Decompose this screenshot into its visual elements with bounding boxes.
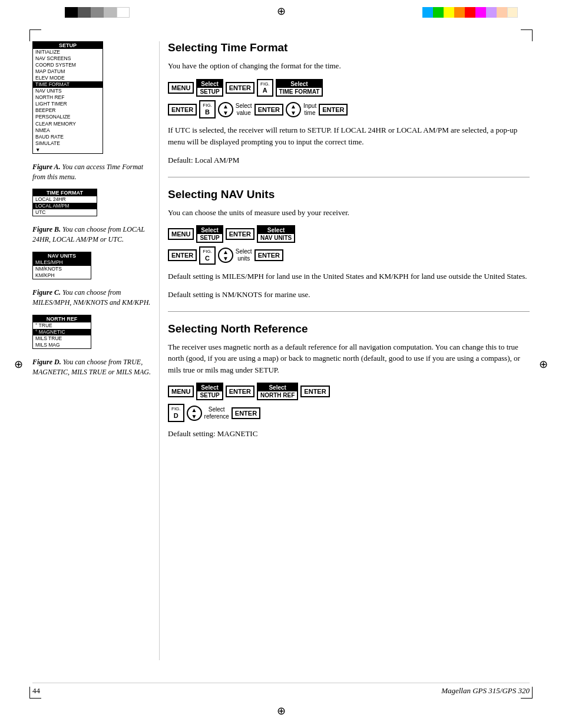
fig-b-badge: FIG. B [199,100,216,118]
menu-item-personalize: PERSONALIZE [33,114,103,120]
fig-d-badge: FIG. D [168,404,184,422]
menu-item-nav-screens: NAV SCREENS [33,55,103,62]
menu-item-scroll-down: ▼ [33,147,103,153]
heading-nav-units: Selecting NAV Units [168,188,530,201]
scroll-wheel-2[interactable]: ▲▼ [286,102,301,117]
menu-button-nav[interactable]: MENU [168,228,194,240]
menu-item-clear-memory: CLEAR MEMORY [33,121,103,127]
menu-item-nav-units: NAV UNITS [33,88,103,94]
heading-time-format: Selecting Time Format [168,41,530,54]
left-column: SETUP INITIALIZE NAV SCREENS COORD SYSTE… [32,41,156,384]
nav-diagram-nav-row1: MENU Select SETUP ENTER Select NAV UNITS [168,225,530,243]
heading-north-ref: Selecting North Reference [168,322,530,335]
figure-c-menu: NAV UNITS MILES/MPH NM/KNOTS KM/KPH [32,252,156,284]
select-setup-box: Select SETUP [196,79,223,97]
time-format-default: Default: Local AM/PM [168,154,530,166]
enter-button-4[interactable]: ENTER [319,104,348,116]
select-value-label: Select value [236,103,252,117]
body-nav-units: You can choose the units of measure used… [168,207,530,219]
enter-button-nav-1[interactable]: ENTER [226,228,254,240]
menu-item-map-datum: MAP DATUM [33,68,103,75]
nav-units-default1: Default setting is MILES/MPH for land us… [168,271,530,282]
menu-item-light-timer: LIGHT TIMER [33,101,103,107]
body-north-ref: The receiver uses magnetic north as a de… [168,341,530,376]
scroll-wheel-1[interactable]: ▲▼ [218,102,233,117]
menu-item-local-ampm: LOCAL AM/PM [33,203,97,209]
menu-item-true: ° TRUE [33,322,91,329]
enter-button-2[interactable]: ENTER [168,104,197,116]
nav-diagram-time-row2: ENTER FIG. B ▲▼ Select value ENTER ▲▼ In… [168,100,530,118]
select-reference-label: Select reference [204,406,229,420]
fig-c-badge: FIG. C [199,246,216,265]
menu-item-miles-mph: MILES/MPH [33,259,91,266]
menu-item-initialize: INITIALIZE [33,49,103,55]
nav-units-menu-title: NAV UNITS [33,252,91,259]
select-units-label: Select units [236,248,252,262]
north-ref-default: Default setting: MAGNETIC [168,428,530,440]
menu-item-mils-true: MILS TRUE [33,335,91,342]
page-footer: 44 Magellan GPS 315/GPS 320 [32,683,530,696]
figure-a-caption: Figure A. You can access Time Format fro… [32,162,156,182]
menu-item-magnetic: ° MAGNETIC [33,329,91,335]
enter-button-1[interactable]: ENTER [226,82,254,94]
figure-d-caption: Figure D. You can choose from TRUE, MAGN… [32,357,156,377]
nav-diagram-nav-row2: ENTER FIG. C ▲▼ Select units ENTER [168,246,530,265]
crosshair-top: ⊕ [277,6,286,17]
fig-a-badge: FIG. A [257,79,273,97]
figure-b-caption: Figure B. You can choose from LOCAL 24HR… [32,225,156,245]
menu-item-coord-system: COORD SYSTEM [33,62,103,68]
select-setup-nav-box: Select SETUP [196,225,223,243]
scroll-wheel-nav[interactable]: ▲▼ [218,248,233,263]
enter-button-3[interactable]: ENTER [254,104,283,116]
enter-button-north-1[interactable]: ENTER [226,386,254,397]
menu-item-simulate: SIMULATE [33,140,103,147]
scroll-wheel-north[interactable]: ▲▼ [187,406,202,421]
nav-diagram-time-row1: MENU Select SETUP ENTER FIG. A Select TI… [168,79,530,97]
crosshair-left: ⊕ [14,358,23,371]
enter-button-nav-2[interactable]: ENTER [168,249,197,261]
select-north-ref-box: Select NORTH REF [257,383,298,400]
corner-mark-tl [29,29,41,41]
select-nav-units-box: Select NAV UNITS [257,225,295,243]
menu-item-km-kph: KM/KPH [33,272,91,279]
section-divider-1 [168,177,530,177]
crosshair-bottom: ⊕ [277,704,286,717]
figure-d-menu: NORTH REF ° TRUE ° MAGNETIC MILS TRUE MI… [32,315,156,354]
select-time-format-box: Select TIME FORMAT [276,79,323,97]
enter-button-north-3[interactable]: ENTER [232,407,260,419]
crosshair-right: ⊕ [539,358,548,371]
menu-button-north[interactable]: MENU [168,386,194,397]
enter-button-nav-3[interactable]: ENTER [254,249,283,261]
setup-menu-title: SETUP [33,42,103,49]
enter-button-north-2[interactable]: ENTER [300,386,329,397]
figure-b-menu: TIME FORMAT LOCAL 24HR LOCAL AM/PM UTC [32,189,156,221]
input-time-label: Input time [303,103,316,117]
menu-item-beeper: BEEPER [33,107,103,114]
time-format-description: If UTC is selected, the receiver will re… [168,124,530,147]
nav-units-default2: Default setting is NM/KNOTS for marine u… [168,289,530,301]
time-format-menu-title: TIME FORMAT [33,189,97,196]
body-time-format: You have the option of changing the form… [168,60,530,72]
figure-c-caption: Figure C. You can choose from MILES/MPH,… [32,288,156,308]
right-column: Selecting Time Format You have the optio… [168,41,530,447]
column-divider [159,41,160,660]
menu-item-nm-knots: NM/KNOTS [33,266,91,272]
menu-item-local24hr: LOCAL 24HR [33,196,97,203]
figure-a-menu: SETUP INITIALIZE NAV SCREENS COORD SYSTE… [32,41,156,159]
nav-diagram-north-row1: MENU Select SETUP ENTER Select NORTH REF… [168,383,530,400]
select-setup-north-box: Select SETUP [196,383,223,400]
north-ref-menu-title: NORTH REF [33,315,91,322]
menu-item-north-ref: NORTH REF [33,94,103,101]
menu-item-utc: UTC [33,209,97,216]
page-number: 44 [32,686,40,696]
menu-button[interactable]: MENU [168,82,194,94]
menu-item-nmea: NMEA [33,127,103,134]
menu-item-baud-rate: BAUD RATE [33,134,103,140]
page-footer-title: Magellan GPS 315/GPS 320 [441,686,530,696]
nav-diagram-north-row2: FIG. D ▲▼ Select reference ENTER [168,404,530,422]
section-divider-2 [168,311,530,312]
menu-item-elev-mode: ELEV MODE [33,75,103,81]
menu-item-mils-mag: MILS MAG [33,342,91,348]
menu-item-time-format: TIME FORMAT [33,81,103,88]
corner-mark-tr [521,29,533,41]
